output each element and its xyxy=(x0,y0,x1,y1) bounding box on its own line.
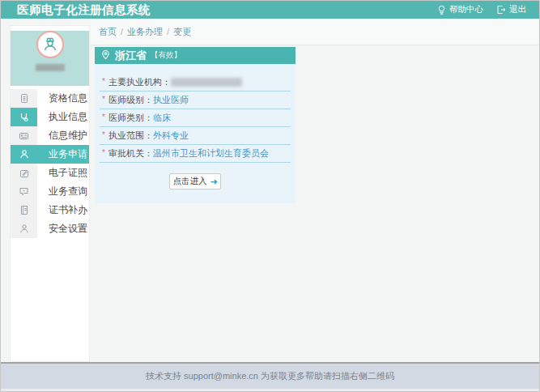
field-label: 审批机关： xyxy=(108,148,153,158)
document-icon xyxy=(11,89,37,108)
user-icon xyxy=(11,145,37,164)
field-label: 执业范围： xyxy=(108,130,153,140)
region-name: 浙江省 xyxy=(115,49,147,63)
notebook-icon xyxy=(11,201,37,219)
sidebar-item-label: 业务申请 xyxy=(37,145,89,164)
required-asterisk: * xyxy=(102,130,105,140)
breadcrumb-business-handling[interactable]: 业务办理 xyxy=(127,26,163,38)
sidebar-item-label: 电子证照 xyxy=(37,164,89,182)
breadcrumb-separator: / xyxy=(167,27,169,36)
arrow-right-icon: ➜ xyxy=(210,177,217,186)
sidebar-item-label: 证书补办 xyxy=(37,201,89,219)
sidebar-item-label: 信息维护 xyxy=(37,126,89,145)
help-center-label: 帮助中心 xyxy=(449,4,483,15)
location-pin-icon xyxy=(101,49,110,63)
card-header: 浙江省 【有效】 xyxy=(95,47,296,64)
required-asterisk: * xyxy=(102,113,105,122)
field-value: 临床 xyxy=(153,113,171,122)
field-label: 主要执业机构： xyxy=(108,77,171,87)
footer-bottom-strip xyxy=(1,389,539,392)
field-value: 外科专业 xyxy=(153,130,189,140)
sidebar-item-security-settings[interactable]: 安全设置 xyxy=(11,219,89,238)
field-label: 医师类别： xyxy=(108,113,153,122)
app-title: 医师电子化注册信息系统 xyxy=(17,1,151,19)
breadcrumb-change: 变更 xyxy=(173,26,191,38)
breadcrumb: 首页 / 业务办理 / 变更 xyxy=(91,19,538,45)
logout-icon xyxy=(496,5,506,15)
sidebar-menu: 资格信息 执业信息 xyxy=(11,89,89,238)
id-card-icon xyxy=(11,126,37,145)
required-asterisk: * xyxy=(102,148,105,158)
registration-card: 浙江省 【有效】 * 主要执业机构： * 医师级别： 执业医师 * 医师类别： … xyxy=(95,47,296,203)
required-asterisk: * xyxy=(102,95,105,104)
enter-button-label: 点击进入 xyxy=(172,176,206,187)
footer-text: 技术支持 support@minke.cn 为获取更多帮助请扫描右侧二维码 xyxy=(146,371,394,381)
lightbulb-icon xyxy=(437,5,446,15)
sidebar-item-business-application[interactable]: 业务申请 xyxy=(11,145,89,164)
field-doctor-category: * 医师类别： 临床 xyxy=(100,109,291,127)
sidebar-item-business-query[interactable]: 业务查询 xyxy=(11,182,89,201)
breadcrumb-separator: / xyxy=(121,27,123,36)
sidebar-item-certificate-reissue[interactable]: 证书补办 xyxy=(11,201,89,219)
logout-label: 退出 xyxy=(509,4,526,15)
sidebar-item-qualification-info[interactable]: 资格信息 xyxy=(11,89,89,108)
required-asterisk: * xyxy=(102,77,105,87)
doctor-avatar-icon xyxy=(41,36,59,53)
sidebar-item-info-maintenance[interactable]: 信息维护 xyxy=(11,126,89,145)
status-badge: 【有效】 xyxy=(151,50,181,61)
field-value: 执业医师 xyxy=(153,95,189,104)
sidebar: 资格信息 执业信息 xyxy=(10,25,90,362)
top-bar-actions: 帮助中心 退出 xyxy=(437,1,526,19)
sidebar-item-electronic-license[interactable]: 电子证照 xyxy=(11,164,89,182)
field-doctor-level: * 医师级别： 执业医师 xyxy=(100,92,291,109)
logout-button[interactable]: 退出 xyxy=(496,4,526,15)
field-label: 医师级别： xyxy=(108,95,153,104)
stethoscope-icon xyxy=(11,108,37,126)
sidebar-item-label: 资格信息 xyxy=(37,89,89,108)
user-name-redacted xyxy=(36,64,65,71)
field-approval-authority: * 审批机关： 温州市卫生和计划生育委员会 xyxy=(100,145,291,163)
user-outline-icon xyxy=(11,219,37,238)
sidebar-item-practice-info[interactable]: 执业信息 xyxy=(11,108,89,126)
avatar xyxy=(36,31,64,58)
edit-icon xyxy=(11,164,37,182)
top-bar: 医师电子化注册信息系统 帮助中心 xyxy=(1,1,539,19)
field-main-practice-org: * 主要执业机构： xyxy=(100,74,291,92)
sidebar-item-label: 执业信息 xyxy=(37,108,89,126)
footer: 技术支持 support@minke.cn 为获取更多帮助请扫描右侧二维码 xyxy=(1,364,539,389)
chat-question-icon xyxy=(11,182,37,201)
redacted-value xyxy=(171,78,242,87)
card-body: * 主要执业机构： * 医师级别： 执业医师 * 医师类别： 临床 * 执业范围… xyxy=(95,64,296,203)
field-value: 温州市卫生和计划生育委员会 xyxy=(153,148,269,158)
app-window: 医师电子化注册信息系统 帮助中心 xyxy=(0,0,540,392)
help-center-button[interactable]: 帮助中心 xyxy=(437,4,483,15)
field-practice-scope: * 执业范围： 外科专业 xyxy=(100,127,291,145)
profile-section xyxy=(11,31,89,86)
enter-button[interactable]: 点击进入 ➜ xyxy=(169,173,221,190)
sidebar-item-label: 业务查询 xyxy=(37,182,89,201)
breadcrumb-home[interactable]: 首页 xyxy=(99,26,117,38)
sidebar-item-label: 安全设置 xyxy=(37,219,89,238)
